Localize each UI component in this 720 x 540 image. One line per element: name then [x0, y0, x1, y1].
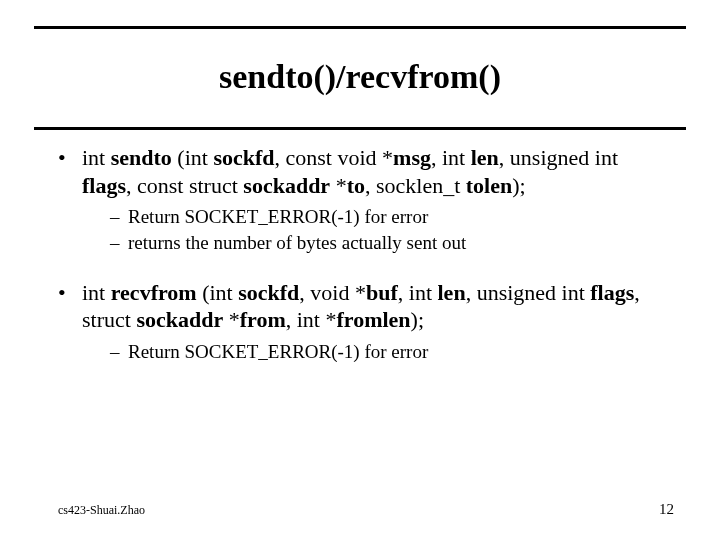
text: *	[223, 307, 240, 332]
text: fromlen	[336, 307, 410, 332]
sub-list: – Return SOCKET_ERROR(-1) for error – re…	[110, 205, 662, 255]
text: (int	[172, 145, 214, 170]
text: buf	[366, 280, 398, 305]
text: int	[82, 280, 111, 305]
text: recvfrom	[111, 280, 197, 305]
text: );	[512, 173, 525, 198]
text: Return SOCKET_ERROR(-1) for error	[128, 206, 428, 227]
bullet-icon: •	[58, 144, 66, 172]
text: (int	[197, 280, 239, 305]
dash-icon: –	[110, 231, 120, 255]
text: , unsigned int	[499, 145, 618, 170]
slide: sendto()/recvfrom() • int sendto (int so…	[0, 0, 720, 540]
bullet-recvfrom: • int recvfrom (int sockfd, void *buf, i…	[58, 279, 662, 364]
text: , void *	[299, 280, 366, 305]
text: sockaddr	[243, 173, 330, 198]
sub-item: – Return SOCKET_ERROR(-1) for error	[110, 340, 662, 364]
text: );	[411, 307, 424, 332]
text: int	[82, 145, 111, 170]
text: , const void *	[275, 145, 394, 170]
slide-body: • int sendto (int sockfd, const void *ms…	[58, 144, 662, 369]
text: len	[471, 145, 499, 170]
text: , unsigned int	[466, 280, 591, 305]
bullet-sendto: • int sendto (int sockfd, const void *ms…	[58, 144, 662, 255]
text: Return SOCKET_ERROR(-1) for error	[128, 341, 428, 362]
slide-title: sendto()/recvfrom()	[34, 29, 686, 98]
text: flags	[82, 173, 126, 198]
text: sockfd	[213, 145, 274, 170]
text: tolen	[466, 173, 512, 198]
spacer	[58, 261, 662, 279]
text: sockaddr	[136, 307, 223, 332]
sub-item: – Return SOCKET_ERROR(-1) for error	[110, 205, 662, 229]
text: , int	[398, 280, 438, 305]
text: len	[438, 280, 466, 305]
text: , const struct	[126, 173, 243, 198]
text: flags	[590, 280, 634, 305]
text: , socklen_t	[365, 173, 466, 198]
dash-icon: –	[110, 340, 120, 364]
bullet-icon: •	[58, 279, 66, 307]
sub-list: – Return SOCKET_ERROR(-1) for error	[110, 340, 662, 364]
footer-page-number: 12	[659, 501, 674, 518]
text: , int	[431, 145, 471, 170]
text: , int *	[286, 307, 337, 332]
footer-author: cs423-Shuai.Zhao	[58, 503, 145, 518]
text: returns the number of bytes actually sen…	[128, 232, 466, 253]
text: msg	[393, 145, 431, 170]
text: *	[330, 173, 347, 198]
text: to	[347, 173, 365, 198]
text: sendto	[111, 145, 172, 170]
dash-icon: –	[110, 205, 120, 229]
title-region: sendto()/recvfrom()	[34, 26, 686, 130]
text: sockfd	[238, 280, 299, 305]
sub-item: – returns the number of bytes actually s…	[110, 231, 662, 255]
text: from	[240, 307, 286, 332]
